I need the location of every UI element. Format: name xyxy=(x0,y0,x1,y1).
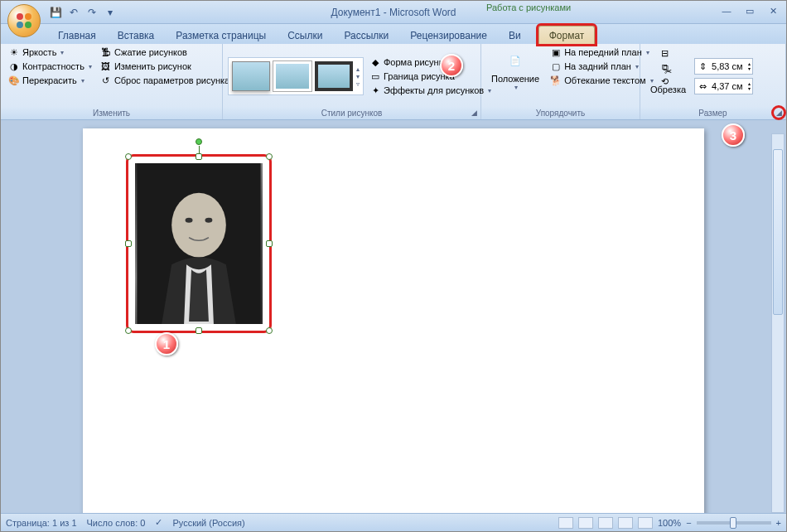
vertical-scrollbar[interactable] xyxy=(771,133,785,513)
resize-handle-l[interactable] xyxy=(125,240,132,247)
dropdown-icon: ▾ xyxy=(89,63,92,70)
gallery-down-icon[interactable]: ▾ xyxy=(356,73,360,80)
scrollbar-thumb[interactable] xyxy=(773,149,783,315)
status-proofing-icon[interactable]: ✓ xyxy=(155,517,162,528)
resize-handle-r[interactable] xyxy=(266,240,273,247)
contrast-icon: ◑ xyxy=(8,60,20,72)
svg-point-3 xyxy=(25,22,31,28)
office-button[interactable] xyxy=(7,4,41,37)
maximize-button[interactable]: ▭ xyxy=(741,4,758,17)
picture-effects-button[interactable]: ✦Эффекты для рисунков▾ xyxy=(367,84,494,97)
zoom-in-button[interactable]: + xyxy=(776,518,781,528)
window-title: Документ1 - Microsoft Word xyxy=(331,7,456,18)
position-label: Положение xyxy=(491,74,539,84)
group-size: ✂ Обрезка ⇕ 5,83 см ▴▾ ⇔ 4,37 см ▴▾ Разм… xyxy=(640,44,786,119)
effects-icon: ✦ xyxy=(369,85,381,96)
recolor-button[interactable]: 🎨Перекрасить▾ xyxy=(6,74,94,87)
contextual-tab-label: Работа с рисунками xyxy=(480,2,577,12)
tab-insert[interactable]: Вставка xyxy=(107,26,166,44)
resize-handle-tr[interactable] xyxy=(266,153,273,160)
title-bar: 💾 ↶ ↷ ▾ Документ1 - Microsoft Word Работ… xyxy=(1,1,786,24)
contrast-button[interactable]: ◑Контрастность▾ xyxy=(6,60,94,73)
resize-handle-b[interactable] xyxy=(196,327,202,334)
rotation-handle[interactable] xyxy=(196,138,202,145)
wrap-icon: 🐕 xyxy=(550,75,562,86)
tab-home[interactable]: Главная xyxy=(47,26,107,44)
status-words[interactable]: Число слов: 0 xyxy=(87,518,146,528)
reset-picture-button[interactable]: ↺Сброс параметров рисунка xyxy=(98,74,232,87)
group-label-styles: Стили рисунков xyxy=(321,109,383,118)
brightness-label: Яркость xyxy=(22,47,56,57)
resize-handle-bl[interactable] xyxy=(125,327,132,334)
width-spinner[interactable]: ⇔ 4,37 см ▴▾ xyxy=(694,78,753,94)
change-picture-button[interactable]: 🖼Изменить рисунок xyxy=(98,60,232,73)
svg-point-7 xyxy=(205,218,212,223)
tab-format[interactable]: Формат xyxy=(538,26,596,44)
zoom-slider[interactable] xyxy=(697,521,771,525)
height-spinner[interactable]: ⇕ 5,83 см ▴▾ xyxy=(694,58,753,75)
compress-icon: 🗜 xyxy=(100,46,112,58)
effects-label: Эффекты для рисунков xyxy=(384,85,484,95)
view-draft-button[interactable] xyxy=(638,517,653,529)
status-language[interactable]: Русский (Россия) xyxy=(172,518,244,528)
qat-customize-button[interactable]: ▾ xyxy=(102,4,118,21)
picture-shape-button[interactable]: ◆Форма рисунка xyxy=(367,56,494,69)
compress-label: Сжатие рисунков xyxy=(114,47,187,57)
tab-layout[interactable]: Разметка страницы xyxy=(165,26,277,44)
view-print-layout-button[interactable] xyxy=(558,517,573,529)
ribbon-tabs: Главная Вставка Разметка страницы Ссылки… xyxy=(1,24,786,44)
style-thumb-3[interactable] xyxy=(315,61,353,91)
status-page[interactable]: Страница: 1 из 1 xyxy=(6,518,77,528)
office-logo-icon xyxy=(14,11,34,31)
crop-icon: ✂ xyxy=(655,58,682,85)
zoom-out-button[interactable]: − xyxy=(686,518,691,528)
resize-handle-t[interactable] xyxy=(196,153,202,160)
spin-down-icon[interactable]: ▾ xyxy=(748,86,751,91)
picture-border-button[interactable]: ▭Граница рисунка xyxy=(367,70,494,83)
zoom-value[interactable]: 100% xyxy=(658,518,681,528)
view-outline-button[interactable] xyxy=(618,517,633,529)
style-thumb-2[interactable] xyxy=(273,61,311,91)
svg-point-5 xyxy=(171,193,226,258)
group-styles: ▴▾▿ ◆Форма рисунка ▭Граница рисунка ✦Эфф… xyxy=(223,44,481,119)
wrap-label: Обтекание текстом xyxy=(564,75,646,85)
crop-button[interactable]: ✂ Обрезка xyxy=(645,56,691,96)
resize-handle-tl[interactable] xyxy=(125,153,132,160)
document-page[interactable] xyxy=(83,128,704,518)
view-web-button[interactable] xyxy=(598,517,613,529)
close-button[interactable]: ✕ xyxy=(765,4,781,17)
gallery-more-icon[interactable]: ▿ xyxy=(356,80,360,88)
change-picture-icon: 🖼 xyxy=(100,60,112,72)
qat-undo-button[interactable]: ↶ xyxy=(65,4,82,21)
styles-dialog-launcher[interactable]: ◢ xyxy=(469,108,479,118)
view-reading-button[interactable] xyxy=(578,517,593,529)
spin-down-icon[interactable]: ▾ xyxy=(748,66,751,71)
svg-point-6 xyxy=(186,218,193,223)
gallery-up-icon[interactable]: ▴ xyxy=(356,65,360,73)
tab-references[interactable]: Ссылки xyxy=(277,26,333,44)
group-arrange: 📄 Положение▾ ▣На передний план▾ ▢На задн… xyxy=(481,44,640,119)
status-bar: Страница: 1 из 1 Число слов: 0 ✓ Русский… xyxy=(1,513,786,531)
tab-view[interactable]: Ви xyxy=(498,26,532,44)
zoom-slider-thumb[interactable] xyxy=(730,517,736,529)
resize-handle-br[interactable] xyxy=(266,327,273,334)
tab-review[interactable]: Рецензирование xyxy=(399,26,498,44)
group-label-arrange: Упорядочить xyxy=(481,107,640,119)
annotation-bubble-1: 1 xyxy=(155,332,178,355)
contrast-label: Контрастность xyxy=(22,61,84,71)
selected-picture[interactable] xyxy=(128,157,269,331)
picture-content xyxy=(135,163,263,324)
compress-button[interactable]: 🗜Сжатие рисунков xyxy=(98,46,232,59)
recolor-label: Перекрасить xyxy=(22,75,77,85)
qat-save-button[interactable]: 💾 xyxy=(47,4,64,21)
tab-mailings[interactable]: Рассылки xyxy=(333,26,399,44)
minimize-button[interactable]: — xyxy=(718,4,735,17)
position-button[interactable]: 📄 Положение▾ xyxy=(486,46,544,93)
picture-styles-gallery[interactable]: ▴▾▿ xyxy=(228,57,364,95)
style-thumb-1[interactable] xyxy=(232,61,270,91)
svg-point-1 xyxy=(25,13,31,20)
position-icon: 📄 xyxy=(502,47,529,74)
size-dialog-launcher[interactable]: ◢ xyxy=(774,108,784,118)
brightness-button[interactable]: ☀Яркость▾ xyxy=(6,46,94,59)
qat-redo-button[interactable]: ↷ xyxy=(84,4,100,21)
